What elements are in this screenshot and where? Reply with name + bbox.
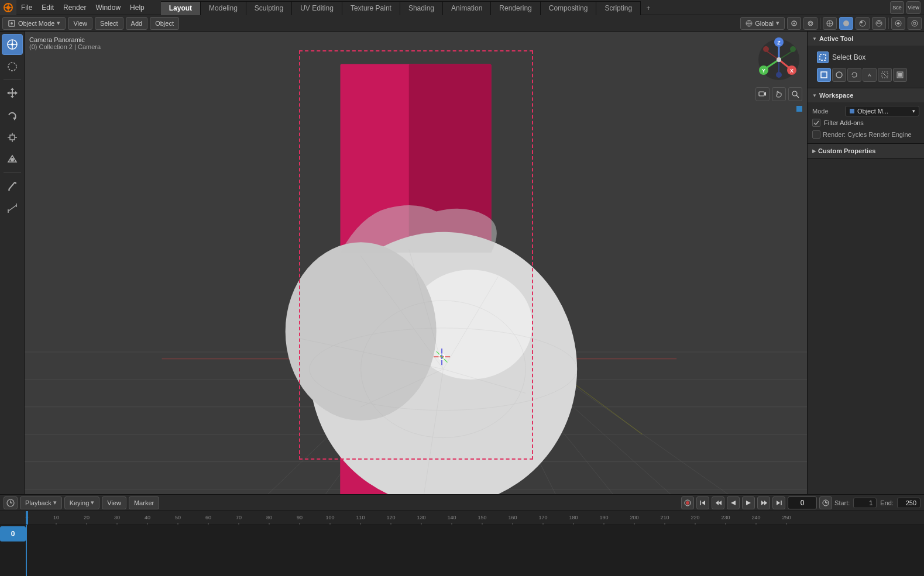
- add-menu[interactable]: Add: [126, 17, 148, 30]
- custom-props-header[interactable]: ▶ Custom Properties: [808, 144, 924, 158]
- scale-tool-btn[interactable]: [2, 127, 23, 148]
- mode-value[interactable]: Object M... ▾: [845, 106, 919, 116]
- play-btn[interactable]: [742, 496, 755, 509]
- orientation-icon: [746, 20, 753, 27]
- svg-rect-105: [759, 92, 764, 96]
- viewport-shading-wireframe[interactable]: [823, 17, 837, 30]
- filter-addons-checkbox[interactable]: [812, 119, 820, 127]
- scene-selector[interactable]: Sce: [890, 1, 904, 14]
- svg-text:210: 210: [660, 515, 669, 520]
- svg-text:X: X: [790, 68, 794, 74]
- svg-point-12: [809, 22, 812, 25]
- jump-end-icon: [775, 499, 782, 506]
- svg-text:130: 130: [417, 515, 425, 520]
- jump-end-btn[interactable]: [772, 496, 785, 509]
- proportional-edit[interactable]: [803, 17, 817, 30]
- start-frame-field[interactable]: 1: [853, 498, 877, 508]
- timeline-ruler[interactable]: 0 10 20 30 40 50 60 70 80 90 1: [0, 511, 924, 525]
- playback-controls: [681, 496, 785, 509]
- tab-uv-editing[interactable]: UV Editing: [292, 1, 342, 15]
- object-menu[interactable]: Object: [150, 17, 179, 30]
- add-workspace-tab[interactable]: +: [641, 1, 656, 15]
- tab-rendering[interactable]: Rendering: [491, 1, 540, 15]
- tool-rect-mode[interactable]: [817, 68, 831, 82]
- tool-deselect[interactable]: [878, 68, 892, 82]
- hand-tool-btn[interactable]: [772, 87, 786, 101]
- tab-texture-paint[interactable]: Texture Paint: [342, 1, 400, 15]
- workspace-header[interactable]: ▼ Workspace: [808, 88, 924, 102]
- tool-select-all[interactable]: A: [863, 68, 877, 82]
- svg-point-16: [843, 20, 849, 26]
- keying-menu[interactable]: Keying ▾: [64, 496, 100, 509]
- custom-props-arrow: ▶: [812, 149, 816, 154]
- timeline-tracks[interactable]: 0: [0, 525, 924, 576]
- move-tool-btn[interactable]: [2, 82, 23, 104]
- select-menu[interactable]: Select: [95, 17, 123, 30]
- marker-menu[interactable]: Marker: [129, 496, 159, 509]
- active-tool-header[interactable]: ▼ Active Tool: [808, 32, 924, 46]
- current-frame-display[interactable]: 0: [788, 496, 817, 509]
- svg-text:250: 250: [782, 515, 791, 520]
- tool-invert[interactable]: [893, 68, 907, 82]
- object-mode-selector[interactable]: Object Mode ▾: [2, 17, 66, 30]
- select-box-icon: [817, 51, 829, 63]
- render-engine-checkbox[interactable]: [812, 130, 820, 139]
- menu-window[interactable]: Window: [91, 0, 125, 15]
- tab-layout[interactable]: Layout: [161, 1, 201, 15]
- viewport-shading-solid[interactable]: [839, 17, 853, 30]
- timeline-editor-icon[interactable]: [4, 496, 18, 509]
- menu-render[interactable]: Render: [59, 0, 91, 15]
- rotate-tool-btn[interactable]: [2, 105, 23, 126]
- camera-view-btn[interactable]: [755, 87, 770, 101]
- record-btn[interactable]: [681, 496, 694, 509]
- menu-help[interactable]: Help: [125, 0, 149, 15]
- viewport[interactable]: Camera Panoramic (0) Collection 2 | Came…: [25, 32, 807, 494]
- mode-label: Mode: [812, 108, 841, 115]
- cursor-tool-btn[interactable]: [2, 34, 23, 55]
- svg-marker-127: [716, 501, 719, 505]
- time-display-toggle[interactable]: [819, 496, 832, 509]
- viewport-gizmo[interactable]: Z X Y: [755, 36, 802, 85]
- tab-scripting[interactable]: Scripting: [596, 1, 641, 15]
- prev-frame-btn[interactable]: [712, 496, 724, 509]
- global-orientation[interactable]: Global ▾: [740, 17, 785, 30]
- menu-edit[interactable]: Edit: [37, 0, 59, 15]
- main-content: Camera Panoramic (0) Collection 2 | Came…: [0, 32, 924, 494]
- select-tool-btn[interactable]: [2, 56, 23, 77]
- viewport-shading-rendered[interactable]: [872, 17, 886, 30]
- play-reverse-btn[interactable]: [727, 496, 740, 509]
- view-menu[interactable]: View: [68, 17, 92, 30]
- filter-addons-row[interactable]: Filter Add-ons: [812, 119, 919, 127]
- current-frame-marker[interactable]: 0: [0, 526, 26, 541]
- svg-marker-37: [15, 91, 18, 95]
- tab-sculpting[interactable]: Sculpting: [246, 1, 292, 15]
- record-icon: [684, 499, 691, 506]
- next-frame-btn[interactable]: [757, 496, 770, 509]
- xray-toggle[interactable]: [908, 17, 922, 30]
- tab-animation[interactable]: Animation: [443, 1, 491, 15]
- transform-tool-btn[interactable]: [2, 149, 23, 170]
- playback-menu[interactable]: Playback ▾: [20, 496, 62, 509]
- viewport-shading-material[interactable]: [856, 17, 870, 30]
- view-layer[interactable]: View: [906, 1, 920, 14]
- next-frame-icon: [760, 499, 767, 506]
- tab-modeling[interactable]: Modeling: [201, 1, 246, 15]
- viewport-resize-handle-right[interactable]: [800, 32, 807, 494]
- measure-tool-btn[interactable]: [2, 198, 23, 219]
- snap-toggle[interactable]: [787, 17, 801, 30]
- mode-row: Mode Object M... ▾: [812, 106, 919, 116]
- tool-lasso-mode[interactable]: [847, 68, 861, 82]
- menu-file[interactable]: File: [16, 0, 37, 15]
- tab-shading[interactable]: Shading: [400, 1, 443, 15]
- svg-text:200: 200: [630, 515, 638, 520]
- jump-start-btn[interactable]: [696, 496, 709, 509]
- end-frame-field[interactable]: 250: [897, 498, 920, 508]
- tab-compositing[interactable]: Compositing: [541, 1, 597, 15]
- proportional-icon: [807, 20, 814, 27]
- view-menu-timeline[interactable]: View: [102, 496, 126, 509]
- tool-circle-mode[interactable]: [832, 68, 846, 82]
- left-toolbar: [0, 32, 25, 494]
- overlays[interactable]: [891, 17, 905, 30]
- annotate-tool-btn[interactable]: [2, 175, 23, 196]
- snap-icon: [791, 20, 798, 27]
